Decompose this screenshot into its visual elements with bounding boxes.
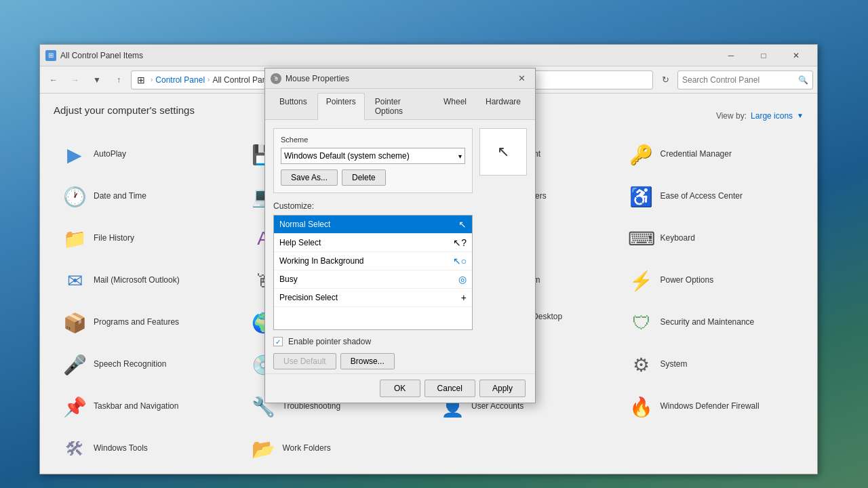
cursor-normal-select-label: Normal Select <box>279 220 330 229</box>
cursor-item-working-background[interactable]: Working In Background ↖○ <box>274 252 472 270</box>
enable-shadow-checkbox[interactable]: ✓ <box>273 337 283 346</box>
dialog-title-bar: 🖱 Mouse Properties ✕ <box>265 68 535 89</box>
grid-item-icon: 🕐 <box>61 183 88 210</box>
grid-item-icon: ⚙ <box>628 351 655 378</box>
action-buttons-row: Use Default Browse... <box>273 353 473 369</box>
grid-item-label: Work Folders <box>283 443 331 454</box>
page-subtitle: Adjust your computer's settings <box>54 104 195 116</box>
grid-item-file-history[interactable]: 📁File History <box>54 219 237 258</box>
desktop: ⊞ All Control Panel Items ─ □ ✕ ← → ▼ ↑ … <box>0 0 868 488</box>
view-by-label: View by: <box>716 111 747 121</box>
mouse-properties-dialog: 🖱 Mouse Properties ✕ Buttons Pointers Po… <box>264 68 536 403</box>
browse-button[interactable]: Browse... <box>340 353 395 369</box>
breadcrumb-icon: ⊞ <box>137 75 145 85</box>
grid-item-label: Date and Time <box>94 191 146 202</box>
grid-item-label: Credential Manager <box>660 149 732 160</box>
save-as-button[interactable]: Save As... <box>281 169 338 186</box>
grid-item-work-folders[interactable]: 📂Work Folders <box>243 429 427 468</box>
grid-item-icon: 📦 <box>61 309 88 336</box>
cursor-working-background-label: Working In Background <box>279 256 364 266</box>
grid-item-label: System <box>660 359 688 370</box>
grid-item-label: Ease of Access Center <box>660 191 743 202</box>
customize-label: Customize: <box>273 201 473 211</box>
dialog-close-button[interactable]: ✕ <box>513 70 530 87</box>
ok-button[interactable]: OK <box>380 380 420 397</box>
cursor-preview-box: ↖ <box>479 128 527 176</box>
scheme-dropdown-arrow: ▾ <box>458 152 462 160</box>
grid-item-icon: 🎤 <box>61 351 88 378</box>
tab-wheel[interactable]: Wheel <box>435 93 475 119</box>
close-button[interactable]: ✕ <box>781 46 812 65</box>
grid-item-mail-microsoft-outlook[interactable]: ✉Mail (Microsoft Outlook) <box>54 261 237 300</box>
maximize-button[interactable]: □ <box>748 46 779 65</box>
recent-button[interactable]: ▼ <box>87 70 106 89</box>
grid-item-windows-tools[interactable]: 🛠Windows Tools <box>54 429 237 468</box>
cursor-help-select-symbol: ↖? <box>453 237 467 248</box>
grid-item-label: Programs and Features <box>94 317 179 328</box>
grid-item-icon: 📂 <box>250 435 277 462</box>
chevron-down-icon[interactable]: ▼ <box>797 112 804 119</box>
apply-button[interactable]: Apply <box>479 380 526 397</box>
search-icon[interactable]: 🔍 <box>793 71 812 89</box>
cursor-item-precision-select[interactable]: Precision Select + <box>274 289 472 307</box>
up-button[interactable]: ↑ <box>109 70 128 89</box>
grid-item-windows-defender-firewall[interactable]: 🔥Windows Defender Firewall <box>620 387 804 426</box>
grid-item-icon: ▶ <box>61 141 88 168</box>
use-default-button[interactable]: Use Default <box>273 353 336 369</box>
scheme-buttons: Save As... Delete <box>281 169 465 186</box>
grid-item-label: File History <box>94 233 134 244</box>
cursor-list[interactable]: Normal Select ↖ Help Select ↖? Working I… <box>273 215 473 330</box>
scheme-dropdown[interactable]: Windows Default (system scheme) ▾ <box>281 148 465 164</box>
tab-pointer-options[interactable]: Pointer Options <box>366 93 433 119</box>
grid-item-programs-and-features[interactable]: 📦Programs and Features <box>54 303 237 342</box>
window-icon: ⊞ <box>45 50 56 61</box>
back-button[interactable]: ← <box>44 70 63 89</box>
tab-buttons[interactable]: Buttons <box>271 93 316 119</box>
grid-item-label: Windows Defender Firewall <box>660 401 760 412</box>
grid-item-icon: ⌨ <box>628 225 655 252</box>
grid-item-label: AutoPlay <box>94 149 126 160</box>
cursor-item-busy[interactable]: Busy ◎ <box>274 270 472 289</box>
grid-item-taskbar-and-navigation[interactable]: 📌Taskbar and Navigation <box>54 387 237 426</box>
cursor-item-help-select[interactable]: Help Select ↖? <box>274 234 472 252</box>
cursor-busy-label: Busy <box>279 274 298 284</box>
grid-item-power-options[interactable]: ⚡Power Options <box>620 261 804 300</box>
title-bar: ⊞ All Control Panel Items ─ □ ✕ <box>40 45 817 66</box>
grid-item-date-and-time[interactable]: 🕐Date and Time <box>54 177 237 216</box>
grid-item-security-and-maintenance[interactable]: 🛡Security and Maintenance <box>620 303 804 342</box>
minimize-button[interactable]: ─ <box>715 46 747 65</box>
pointer-shadow-row: ✓ Enable pointer shadow <box>273 337 473 346</box>
grid-item-label: Taskbar and Navigation <box>94 401 178 412</box>
grid-item-label: Keyboard <box>660 233 695 244</box>
tab-hardware[interactable]: Hardware <box>477 93 530 119</box>
forward-button[interactable]: → <box>66 70 85 89</box>
grid-item-icon: ♿ <box>628 183 655 210</box>
delete-button[interactable]: Delete <box>342 169 386 186</box>
grid-item-label: Security and Maintenance <box>660 317 755 328</box>
grid-item-ease-of-access-center[interactable]: ♿Ease of Access Center <box>620 177 804 216</box>
grid-item-credential-manager[interactable]: 🔑Credential Manager <box>620 135 804 174</box>
grid-item-speech-recognition[interactable]: 🎤Speech Recognition <box>54 345 237 384</box>
view-by-value[interactable]: Large icons <box>751 111 793 121</box>
scheme-row: Windows Default (system scheme) ▾ <box>281 148 465 164</box>
grid-item-icon: 🔑 <box>628 141 655 168</box>
dialog-title: Mouse Properties <box>285 74 513 83</box>
grid-item-icon: ✉ <box>61 267 88 294</box>
cursor-preview-symbol: ↖ <box>497 143 509 161</box>
grid-item-autoplay[interactable]: ▶AutoPlay <box>54 135 237 174</box>
refresh-button[interactable]: ↻ <box>656 70 675 89</box>
scheme-value: Windows Default (system scheme) <box>284 151 410 161</box>
view-by-control: View by: Large icons ▼ <box>716 111 804 121</box>
cursor-item-normal-select[interactable]: Normal Select ↖ <box>274 216 472 234</box>
search-input[interactable] <box>678 75 793 85</box>
dialog-tabs: Buttons Pointers Pointer Options Wheel H… <box>265 89 535 120</box>
grid-item-keyboard[interactable]: ⌨Keyboard <box>620 219 804 258</box>
grid-item-label: Mail (Microsoft Outlook) <box>94 275 180 286</box>
breadcrumb-control-panel[interactable]: Control Panel <box>155 75 205 85</box>
grid-item-icon: 🛠 <box>61 435 88 462</box>
grid-item-system[interactable]: ⚙System <box>620 345 804 384</box>
dialog-icon: 🖱 <box>271 73 281 84</box>
cancel-button[interactable]: Cancel <box>425 380 475 397</box>
cursor-help-select-label: Help Select <box>279 238 321 247</box>
tab-pointers[interactable]: Pointers <box>317 93 365 120</box>
